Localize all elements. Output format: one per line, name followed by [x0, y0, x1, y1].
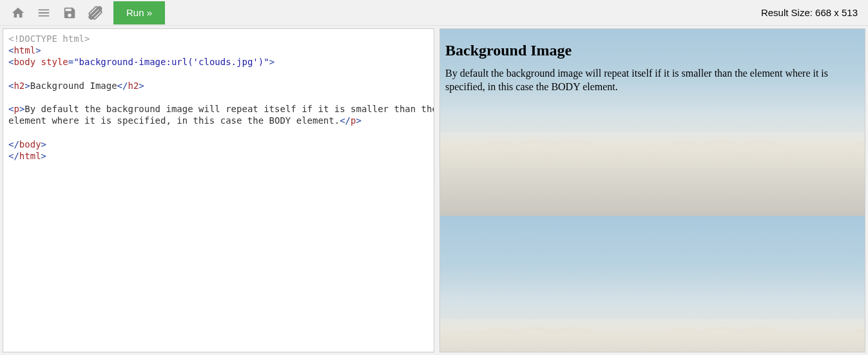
code-doctype: <!DOCTYPE html> — [8, 34, 90, 44]
code-token: Background Image — [30, 81, 117, 91]
result-paragraph: By default the background image will rep… — [445, 67, 860, 94]
code-token: > — [269, 57, 275, 67]
code-token: > — [356, 115, 361, 126]
code-token: </ — [117, 81, 128, 91]
code-token: element where it is specified, in this c… — [8, 115, 340, 126]
code-token: By default the background image will rep… — [24, 104, 434, 114]
code-token: body — [14, 57, 35, 67]
code-token: </ — [340, 115, 351, 126]
code-token: body — [19, 139, 41, 149]
code-token: p — [14, 104, 19, 114]
home-icon[interactable] — [5, 0, 31, 26]
rotate-icon[interactable] — [82, 0, 108, 26]
code-token: html — [19, 151, 41, 161]
code-token: > — [41, 151, 46, 161]
main-area: <!DOCTYPE html> <html> <body style="back… — [0, 26, 868, 355]
code-token: style — [41, 57, 68, 67]
result-content: Background Image By default the backgrou… — [440, 29, 865, 352]
code-token: "background-image:url('clouds.jpg')" — [73, 57, 269, 67]
code-token: > — [35, 45, 41, 55]
code-editor[interactable]: <!DOCTYPE html> <html> <body style="back… — [3, 28, 434, 352]
code-token: > — [139, 81, 144, 91]
code-token: </ — [8, 151, 19, 161]
result-size-label: Result Size: 668 x 513 — [761, 7, 863, 18]
code-token: > — [24, 81, 30, 91]
result-size-value: 668 x 513 — [815, 7, 858, 18]
code-token: h2 — [14, 81, 24, 91]
code-token: > — [41, 139, 46, 149]
result-heading: Background Image — [445, 42, 860, 59]
code-token: </ — [8, 139, 19, 149]
save-icon[interactable] — [57, 0, 82, 26]
code-token: html — [14, 45, 35, 55]
menu-icon[interactable] — [31, 0, 57, 26]
pane-splitter[interactable] — [434, 26, 439, 355]
result-size-text: Result Size: — [761, 7, 813, 18]
code-token: h2 — [128, 81, 139, 91]
toolbar: Run » Result Size: 668 x 513 — [0, 0, 868, 26]
result-pane: Background Image By default the backgrou… — [439, 28, 865, 352]
code-token: = — [68, 57, 73, 67]
run-button[interactable]: Run » — [113, 1, 165, 24]
